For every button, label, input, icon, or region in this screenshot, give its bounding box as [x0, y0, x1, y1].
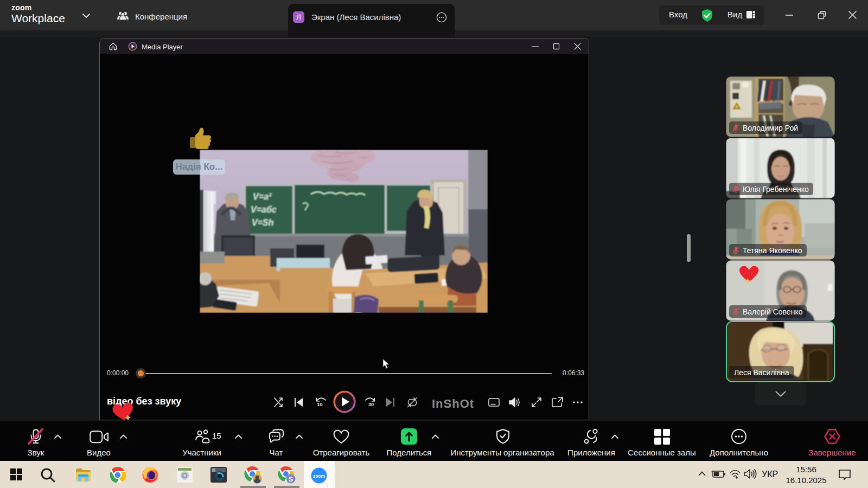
svg-text:V=a²: V=a² [253, 192, 272, 201]
svg-text:zoom: zoom [313, 473, 325, 479]
svg-text:V=Sh: V=Sh [252, 218, 274, 227]
svg-text:10: 10 [317, 402, 323, 407]
svg-text:V=абс: V=абс [251, 205, 277, 214]
svg-text:30: 30 [368, 402, 374, 407]
svg-text:S: S [289, 476, 293, 483]
